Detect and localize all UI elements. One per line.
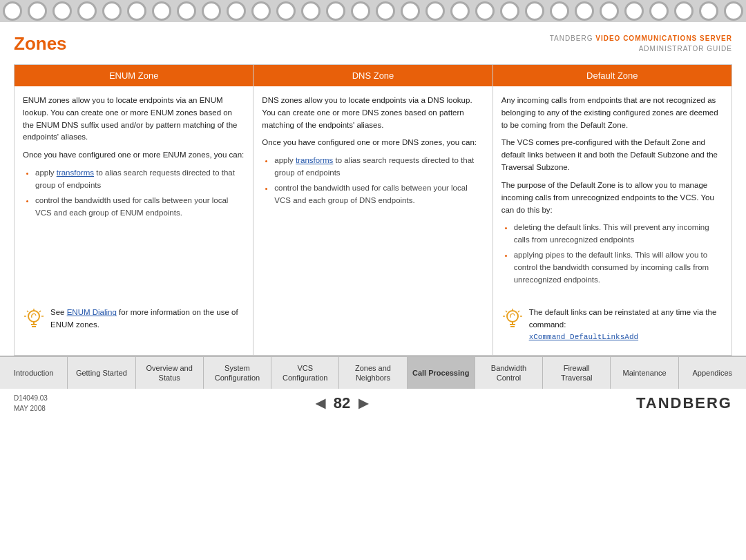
spiral-coil	[699, 1, 718, 21]
doc-date: MAY 2008	[14, 403, 48, 414]
dns-bullet-1: apply transforms to alias search request…	[274, 155, 484, 180]
dns-para2: Once you have configured one or more DNS…	[262, 137, 484, 149]
spiral-coil	[326, 1, 345, 21]
page-content: Zones TANDBERG VIDEO COMMUNICATIONS SERV…	[0, 22, 746, 356]
brand-tandberg: TANDBERG	[550, 35, 596, 42]
tab-vcs-config[interactable]: VCS Configuration	[271, 357, 339, 389]
tabs-bar: Introduction Getting Started Overview an…	[0, 356, 746, 389]
enum-bullet-list: apply transforms to alias search request…	[35, 167, 245, 219]
spiral-coil	[251, 1, 271, 21]
dns-transforms-link[interactable]: transforms	[296, 156, 333, 164]
default-bullet-list: deleting the default links. This will pr…	[514, 222, 723, 286]
doc-id: D14049.03	[14, 393, 48, 403]
enum-zone-header: ENUM Zone	[15, 65, 253, 86]
dns-zone-footer	[254, 300, 492, 355]
default-zone-footer: The default links can be reinstated at a…	[493, 300, 731, 355]
tandberg-logo: TANDBERG	[636, 394, 732, 412]
spiral-coil	[351, 1, 370, 21]
tab-firewall-traversal[interactable]: Firewall Traversal	[543, 357, 611, 389]
tab-appendices[interactable]: Appendices	[679, 357, 746, 389]
spiral-coil	[401, 1, 420, 21]
spiral-coil	[227, 1, 246, 21]
spiral-coil	[3, 1, 22, 21]
spiral-coil	[624, 1, 644, 21]
bulb-icon	[23, 308, 45, 332]
enum-dialing-link[interactable]: ENUM Dialing	[67, 308, 117, 316]
brand-line: TANDBERG VIDEO COMMUNICATIONS SERVER	[550, 33, 732, 44]
spiral-coil	[475, 1, 495, 21]
spiral-binding	[0, 0, 746, 22]
spiral-coil	[301, 1, 321, 21]
default-bullet-2: applying pipes to the default links. Thi…	[514, 249, 723, 286]
page-title: Zones	[14, 33, 67, 55]
default-para3: The purpose of the Default Zone is to al…	[501, 180, 723, 216]
enum-footer-text: See ENUM Dialing for more information on…	[50, 307, 245, 331]
tab-introduction[interactable]: Introduction	[0, 357, 68, 389]
spiral-coil	[276, 1, 296, 21]
dns-zone-body: DNS zones allow you to locate endpoints …	[254, 86, 492, 300]
svg-line-14	[506, 311, 507, 312]
spiral-coil	[152, 1, 171, 21]
spiral-coil	[376, 1, 395, 21]
spiral-coil	[102, 1, 122, 21]
next-page-button[interactable]: ▶	[358, 396, 368, 411]
dns-bullet-2: control the bandwidth used for calls bet…	[274, 182, 484, 207]
spiral-coil	[425, 1, 445, 21]
bottom-bar: D14049.03 MAY 2008 ◀ 82 ▶ TANDBERG	[0, 389, 746, 418]
spiral-coil	[600, 1, 619, 21]
svg-line-6	[39, 311, 41, 312]
enum-zone-body: ENUM zones allow you to locate endpoints…	[15, 86, 253, 300]
spiral-coil	[674, 1, 694, 21]
tab-system-config[interactable]: System Configuration	[204, 357, 271, 389]
dns-bullet-list: apply transforms to alias search request…	[274, 155, 484, 206]
dns-zone-header: DNS Zone	[254, 65, 492, 86]
spiral-coil	[52, 1, 72, 21]
tab-maintenance[interactable]: Maintenance	[611, 357, 678, 389]
tab-zones-neighbors[interactable]: Zones and Neighbors	[339, 357, 407, 389]
spiral-coil	[550, 1, 569, 21]
enum-para2: Once you have configured one or more ENU…	[23, 149, 245, 162]
prev-page-button[interactable]: ◀	[316, 396, 325, 411]
tab-call-processing[interactable]: Call Processing	[408, 357, 475, 389]
svg-line-15	[518, 311, 519, 312]
spiral-coil	[525, 1, 544, 21]
brand-block: TANDBERG VIDEO COMMUNICATIONS SERVER ADM…	[550, 33, 732, 53]
default-para1: Any incoming calls from endpoints that a…	[501, 95, 723, 131]
svg-line-5	[27, 311, 28, 312]
spiral-coil	[500, 1, 519, 21]
svg-point-9	[507, 311, 518, 322]
spiral-coil	[450, 1, 470, 21]
default-lightbulb-svg	[501, 308, 524, 330]
default-bulb-icon	[501, 308, 524, 332]
spiral-coil	[177, 1, 196, 21]
default-bullet-1: deleting the default links. This will pr…	[514, 222, 723, 247]
default-zone-body: Any incoming calls from endpoints that a…	[493, 86, 731, 300]
default-zone-column: Default Zone Any incoming calls from end…	[493, 65, 731, 355]
spiral-coil	[202, 1, 221, 21]
default-para2: The VCS comes pre-configured with the De…	[501, 137, 723, 173]
default-command-link[interactable]: xCommand DefaultLinksAdd	[529, 333, 638, 341]
tab-bandwidth-control[interactable]: Bandwidth Control	[475, 357, 543, 389]
brand-vcs: VIDEO COMMUNICATIONS SERVER	[595, 35, 732, 42]
page-header: Zones TANDBERG VIDEO COMMUNICATIONS SERV…	[14, 33, 732, 55]
spiral-coil	[575, 1, 594, 21]
spiral-coil	[28, 1, 47, 21]
content-columns: ENUM Zone ENUM zones allow you to locate…	[14, 64, 732, 356]
doc-info: D14049.03 MAY 2008	[14, 393, 48, 414]
svg-point-0	[28, 311, 39, 322]
page-navigation: ◀ 82 ▶	[316, 394, 368, 412]
spiral-coil	[77, 1, 97, 21]
brand-guide: ADMINISTRATOR GUIDE	[550, 44, 732, 53]
spiral-coil	[724, 1, 743, 21]
enum-transforms-link[interactable]: transforms	[57, 168, 94, 177]
tab-getting-started[interactable]: Getting Started	[68, 357, 135, 389]
dns-para1: DNS zones allow you to locate endpoints …	[262, 95, 484, 131]
enum-zone-column: ENUM Zone ENUM zones allow you to locate…	[15, 65, 254, 355]
spiral-coil	[127, 1, 146, 21]
default-zone-header: Default Zone	[493, 65, 731, 86]
enum-para1: ENUM zones allow you to locate endpoints…	[23, 95, 245, 144]
tab-overview-status[interactable]: Overview and Status	[136, 357, 204, 389]
dns-zone-column: DNS Zone DNS zones allow you to locate e…	[254, 65, 492, 355]
enum-bullet-2: control the bandwidth used for calls bet…	[35, 195, 245, 220]
spiral-coil	[649, 1, 669, 21]
